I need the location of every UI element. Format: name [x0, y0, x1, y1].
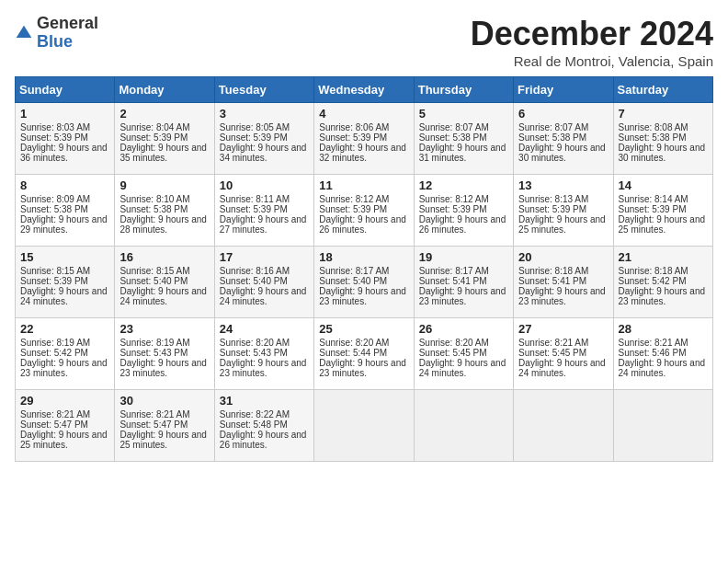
daylight-text: Daylight: 9 hours and 24 minutes.	[419, 358, 506, 378]
sunset-text: Sunset: 5:39 PM	[319, 204, 387, 214]
day-number: 10	[220, 178, 309, 192]
daylight-text: Daylight: 9 hours and 29 minutes.	[20, 214, 108, 235]
day-cell: 27Sunrise: 8:21 AMSunset: 5:45 PMDayligh…	[514, 318, 613, 390]
sunrise-text: Sunrise: 8:19 AM	[119, 338, 189, 348]
sunrise-text: Sunrise: 8:03 AM	[20, 122, 90, 132]
sunset-text: Sunset: 5:42 PM	[619, 276, 687, 286]
daylight-text: Daylight: 9 hours and 26 minutes.	[220, 430, 307, 450]
daylight-text: Daylight: 9 hours and 24 minutes.	[20, 286, 108, 306]
sunset-text: Sunset: 5:43 PM	[119, 348, 188, 358]
sunset-text: Sunset: 5:39 PM	[220, 132, 288, 143]
sunset-text: Sunset: 5:48 PM	[220, 419, 288, 430]
day-number: 24	[220, 322, 309, 336]
daylight-text: Daylight: 9 hours and 25 minutes.	[119, 430, 207, 450]
day-number: 22	[20, 322, 109, 336]
sunset-text: Sunset: 5:38 PM	[20, 204, 88, 214]
day-number: 3	[220, 107, 309, 121]
calendar-table: SundayMondayTuesdayWednesdayThursdayFrid…	[15, 76, 713, 462]
sunrise-text: Sunrise: 8:21 AM	[518, 338, 588, 348]
logo: General Blue	[15, 15, 98, 52]
day-cell: 30Sunrise: 8:21 AMSunset: 5:47 PMDayligh…	[115, 390, 214, 462]
daylight-text: Daylight: 9 hours and 25 minutes.	[20, 430, 108, 450]
daylight-text: Daylight: 9 hours and 23 minutes.	[319, 358, 406, 378]
title-area: December 2024 Real de Montroi, Valencia,…	[471, 15, 713, 69]
daylight-text: Daylight: 9 hours and 30 minutes.	[619, 143, 706, 163]
daylight-text: Daylight: 9 hours and 25 minutes.	[619, 214, 706, 235]
header-cell-friday: Friday	[514, 77, 613, 103]
logo-general-text: General	[37, 14, 98, 32]
sunrise-text: Sunrise: 8:04 AM	[119, 122, 189, 132]
day-cell: 25Sunrise: 8:20 AMSunset: 5:44 PMDayligh…	[314, 318, 414, 390]
day-cell	[414, 390, 513, 462]
day-number: 26	[419, 322, 508, 336]
day-number: 7	[619, 107, 708, 121]
sunrise-text: Sunrise: 8:12 AM	[419, 194, 489, 204]
day-cell: 17Sunrise: 8:16 AMSunset: 5:40 PMDayligh…	[214, 247, 313, 318]
day-cell	[613, 390, 712, 462]
day-number: 15	[20, 250, 109, 264]
day-number: 11	[319, 178, 408, 192]
daylight-text: Daylight: 9 hours and 31 minutes.	[419, 143, 506, 163]
day-number: 14	[619, 178, 708, 192]
header-cell-tuesday: Tuesday	[214, 77, 313, 103]
daylight-text: Daylight: 9 hours and 23 minutes.	[119, 358, 207, 378]
calendar-header: SundayMondayTuesdayWednesdayThursdayFrid…	[16, 77, 713, 103]
day-cell: 16Sunrise: 8:15 AMSunset: 5:40 PMDayligh…	[115, 247, 214, 318]
sunrise-text: Sunrise: 8:12 AM	[319, 194, 389, 204]
day-cell: 2Sunrise: 8:04 AMSunset: 5:39 PMDaylight…	[115, 103, 214, 175]
day-cell: 22Sunrise: 8:19 AMSunset: 5:42 PMDayligh…	[16, 318, 115, 390]
sunset-text: Sunset: 5:39 PM	[518, 204, 586, 214]
sunrise-text: Sunrise: 8:21 AM	[119, 409, 189, 419]
daylight-text: Daylight: 9 hours and 23 minutes.	[220, 358, 307, 378]
header-cell-saturday: Saturday	[613, 77, 712, 103]
logo-icon	[15, 24, 33, 42]
week-row-1: 1Sunrise: 8:03 AMSunset: 5:39 PMDaylight…	[16, 103, 713, 175]
daylight-text: Daylight: 9 hours and 24 minutes.	[518, 358, 606, 378]
day-cell: 18Sunrise: 8:17 AMSunset: 5:40 PMDayligh…	[314, 247, 414, 318]
week-row-2: 8Sunrise: 8:09 AMSunset: 5:38 PMDaylight…	[16, 175, 713, 247]
day-number: 18	[319, 250, 408, 264]
sunset-text: Sunset: 5:47 PM	[20, 419, 88, 430]
sunrise-text: Sunrise: 8:06 AM	[319, 122, 389, 132]
daylight-text: Daylight: 9 hours and 23 minutes.	[419, 286, 506, 306]
sunrise-text: Sunrise: 8:20 AM	[220, 338, 290, 348]
daylight-text: Daylight: 9 hours and 30 minutes.	[518, 143, 606, 163]
day-number: 19	[419, 250, 508, 264]
sunset-text: Sunset: 5:45 PM	[419, 348, 487, 358]
day-cell: 14Sunrise: 8:14 AMSunset: 5:39 PMDayligh…	[613, 175, 712, 247]
sunset-text: Sunset: 5:39 PM	[20, 132, 88, 143]
logo-blue-text: Blue	[37, 32, 73, 51]
day-number: 21	[619, 250, 708, 264]
day-number: 25	[319, 322, 408, 336]
location: Real de Montroi, Valencia, Spain	[471, 53, 713, 69]
day-cell: 13Sunrise: 8:13 AMSunset: 5:39 PMDayligh…	[514, 175, 613, 247]
sunrise-text: Sunrise: 8:10 AM	[119, 194, 189, 204]
day-number: 9	[119, 178, 209, 192]
sunset-text: Sunset: 5:38 PM	[119, 204, 188, 214]
sunset-text: Sunset: 5:39 PM	[419, 204, 487, 214]
day-number: 29	[20, 394, 109, 408]
day-cell	[514, 390, 613, 462]
daylight-text: Daylight: 9 hours and 23 minutes.	[20, 358, 108, 378]
logo-text: General Blue	[37, 15, 98, 52]
daylight-text: Daylight: 9 hours and 24 minutes.	[119, 286, 207, 306]
day-cell: 20Sunrise: 8:18 AMSunset: 5:41 PMDayligh…	[514, 247, 613, 318]
day-cell: 9Sunrise: 8:10 AMSunset: 5:38 PMDaylight…	[115, 175, 214, 247]
day-number: 12	[419, 178, 508, 192]
sunrise-text: Sunrise: 8:05 AM	[220, 122, 290, 132]
sunrise-text: Sunrise: 8:20 AM	[319, 338, 389, 348]
daylight-text: Daylight: 9 hours and 26 minutes.	[419, 214, 506, 235]
day-cell: 5Sunrise: 8:07 AMSunset: 5:38 PMDaylight…	[414, 103, 513, 175]
sunrise-text: Sunrise: 8:17 AM	[419, 266, 489, 276]
sunset-text: Sunset: 5:39 PM	[319, 132, 387, 143]
day-cell: 11Sunrise: 8:12 AMSunset: 5:39 PMDayligh…	[314, 175, 414, 247]
sunset-text: Sunset: 5:39 PM	[20, 276, 88, 286]
header-row: SundayMondayTuesdayWednesdayThursdayFrid…	[16, 77, 713, 103]
sunset-text: Sunset: 5:40 PM	[220, 276, 288, 286]
daylight-text: Daylight: 9 hours and 27 minutes.	[220, 214, 307, 235]
day-number: 8	[20, 178, 109, 192]
sunrise-text: Sunrise: 8:22 AM	[220, 409, 290, 419]
day-cell: 4Sunrise: 8:06 AMSunset: 5:39 PMDaylight…	[314, 103, 414, 175]
day-cell: 29Sunrise: 8:21 AMSunset: 5:47 PMDayligh…	[16, 390, 115, 462]
day-cell: 8Sunrise: 8:09 AMSunset: 5:38 PMDaylight…	[16, 175, 115, 247]
